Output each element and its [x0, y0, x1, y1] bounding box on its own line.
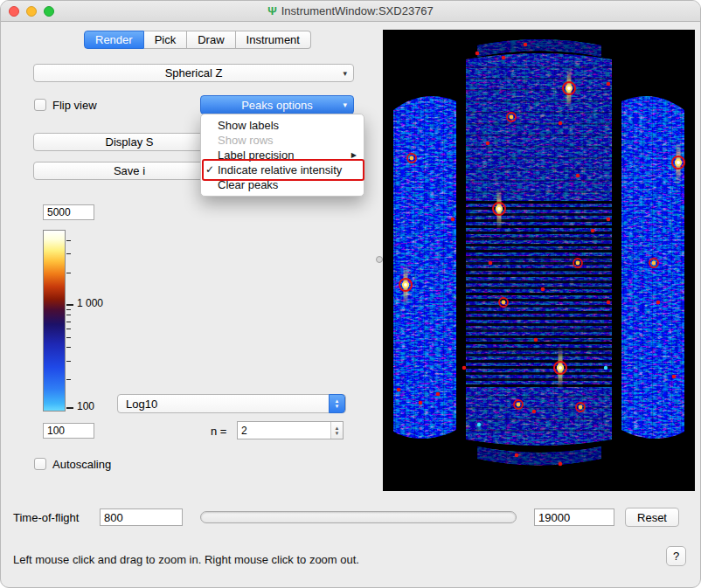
menu-item-indicate-relative-intensity[interactable]: ✓Indicate relative intensity: [201, 163, 364, 177]
colorbar-tick: [66, 304, 73, 306]
peak-marker: [607, 301, 611, 305]
peak-marker: [534, 338, 538, 342]
app-icon: Ψ: [267, 4, 277, 17]
tof-label: Time-of-flight: [13, 509, 79, 527]
chevron-down-icon: ▼: [335, 404, 340, 409]
colorbar-tick: [66, 379, 71, 380]
colorbar-tick: [66, 407, 73, 409]
instrument-render: [383, 30, 695, 491]
title-bar: ΨInstrumentWindow:SXD23767: [1, 1, 700, 22]
peak-marker: [524, 43, 528, 47]
tof-slider[interactable]: [200, 511, 517, 523]
chevron-down-icon: ▾: [343, 100, 347, 109]
peak-marker: [559, 462, 563, 467]
peak-marker: [419, 401, 423, 405]
colorbar-tick-label: 100: [77, 400, 94, 412]
help-label: ?: [673, 550, 679, 563]
menu-item-label-precision[interactable]: Label precision▶: [201, 148, 364, 163]
flip-view-checkbox[interactable]: [34, 99, 46, 111]
peak-marker: [502, 56, 506, 60]
colorbar-tick: [66, 253, 71, 254]
menu-item-label: Show labels: [218, 119, 279, 132]
tab-render[interactable]: Render: [84, 31, 144, 49]
colorbar-ticks: 1 000100: [66, 230, 119, 412]
tof-min-input[interactable]: [100, 508, 183, 526]
colorbar-tick: [66, 309, 71, 310]
menu-item-label: Show rows: [218, 134, 274, 147]
projection-select-value: Spherical Z: [34, 66, 353, 80]
colorbar-tick: [66, 240, 71, 241]
peak-marker: [559, 121, 563, 126]
instrument-view[interactable]: [383, 30, 695, 491]
tab-draw[interactable]: Draw: [187, 31, 235, 49]
chevron-down-icon: ▼: [335, 431, 340, 436]
display-settings-label: Display S: [106, 135, 154, 149]
menu-item-label: Label precision: [218, 149, 294, 162]
splitter-handle[interactable]: [376, 256, 383, 263]
peaks-options-button[interactable]: Peaks options ▾: [200, 95, 354, 114]
scale-type-select[interactable]: Log10 ▲ ▼: [117, 394, 346, 413]
save-image-label: Save i: [114, 164, 145, 177]
submenu-arrow-icon: ▶: [351, 148, 357, 163]
tof-max-input[interactable]: [534, 508, 614, 526]
colorbar-tick: [66, 315, 71, 315]
colorbar-tick: [66, 361, 71, 362]
scale-type-value: Log10: [118, 398, 345, 411]
reset-label: Reset: [637, 511, 667, 524]
tab-instrument[interactable]: Instrument: [236, 31, 311, 49]
peak-marker: [489, 261, 493, 266]
peak-marker: [486, 142, 490, 146]
peak-marker: [576, 174, 580, 178]
instrument-window: ΨInstrumentWindow:SXD23767 RenderPickDra…: [0, 0, 701, 588]
tab-bar: RenderPickDrawInstrument: [84, 31, 311, 49]
colorbar-min-input[interactable]: [43, 423, 94, 439]
peak-marker: [607, 218, 611, 222]
autoscaling-label: Autoscaling: [52, 458, 111, 472]
menu-item-clear-peaks[interactable]: Clear peaks: [201, 177, 364, 192]
help-button[interactable]: ?: [666, 546, 686, 566]
peak-marker: [672, 375, 677, 379]
reset-button[interactable]: Reset: [625, 508, 679, 527]
colorbar-tick: [66, 322, 71, 322]
peak-marker: [591, 229, 595, 233]
peak-marker: [451, 218, 455, 222]
n-spinbox: ▲ ▼: [237, 421, 344, 439]
save-image-button[interactable]: Save i: [33, 162, 226, 180]
peak-marker: [604, 366, 607, 370]
menu-item-show-rows: Show rows: [201, 133, 364, 148]
peaks-options-menu: Show labelsShow rowsLabel precision▶✓Ind…: [200, 114, 364, 197]
display-settings-button[interactable]: Display S: [33, 133, 226, 151]
peak-marker: [477, 423, 481, 426]
window-title: InstrumentWindow:SXD23767: [281, 4, 434, 17]
peak-marker: [462, 366, 467, 370]
peak-marker: [541, 287, 545, 292]
peak-marker: [436, 392, 441, 397]
peak-marker: [515, 453, 519, 458]
colorbar-tick: [66, 347, 71, 348]
autoscaling-checkbox[interactable]: [34, 458, 46, 470]
peak-marker: [656, 301, 661, 305]
checkmark-icon: ✓: [205, 163, 214, 177]
peak-marker: [397, 388, 401, 392]
flip-view-label: Flip view: [52, 99, 97, 113]
colorbar-tick: [66, 337, 71, 338]
peak-marker: [475, 52, 480, 56]
window-title-area: ΨInstrumentWindow:SXD23767: [1, 1, 700, 22]
n-input[interactable]: [237, 421, 344, 439]
status-text: Left mouse click and drag to zoom in. Ri…: [13, 553, 359, 566]
colorbar-tick: [66, 329, 71, 329]
menu-item-label: Clear peaks: [218, 178, 278, 191]
colorbar-gradient[interactable]: [43, 230, 66, 412]
colorbar-tick: [66, 273, 71, 273]
colorbar-max-input[interactable]: [43, 204, 94, 220]
menu-item-show-labels[interactable]: Show labels: [201, 118, 364, 133]
colorbar-tick-label: 1 000: [77, 298, 103, 310]
menu-item-label: Indicate relative intensity: [218, 163, 342, 176]
n-stepper[interactable]: ▲ ▼: [330, 422, 343, 439]
peak-marker: [607, 82, 611, 86]
peak-marker: [532, 410, 537, 414]
tab-pick[interactable]: Pick: [144, 31, 188, 49]
peaks-options-label: Peaks options: [241, 99, 313, 112]
combo-stepper[interactable]: ▲ ▼: [329, 394, 345, 413]
projection-select[interactable]: Spherical Z ▾: [33, 64, 354, 82]
